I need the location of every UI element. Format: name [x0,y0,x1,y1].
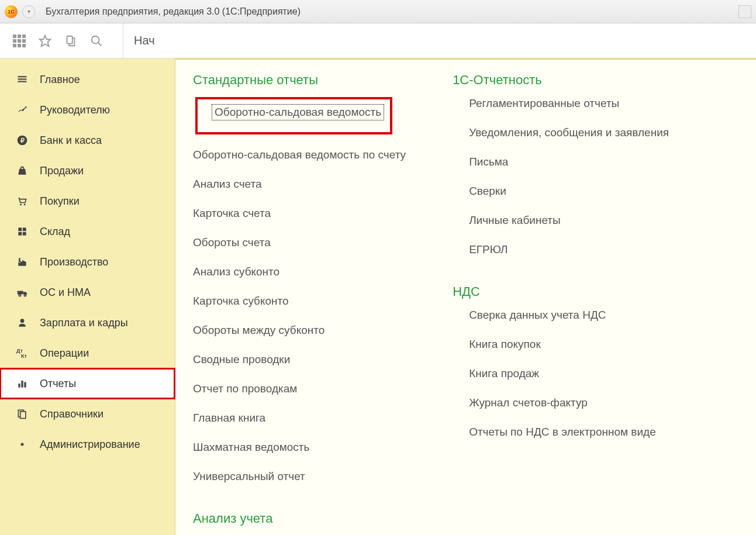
app-menu-dropdown[interactable]: ▾ [22,5,35,18]
svg-text:₽: ₽ [20,137,25,144]
sidebar-item-label: Покупки [40,195,80,208]
truck-icon [15,287,29,298]
sidebar-item-11[interactable]: Справочники [0,399,175,429]
sidebar-item-label: ОС и НМА [40,287,91,299]
sidebar-item-4[interactable]: Покупки [0,186,175,216]
highlight-box: Оборотно-сальдовая ведомость [195,97,392,134]
svg-rect-1 [67,36,73,43]
bars-icon [15,378,29,389]
report-link[interactable]: Отчеты по НДС в электронном виде [469,426,656,439]
report-link[interactable]: Оборотно-сальдовая ведомость [212,104,384,120]
svg-rect-23 [21,381,23,388]
report-link[interactable]: Сводные проводки [193,353,290,366]
report-link[interactable]: Оборотно-сальдовая ведомость по счету [193,149,406,161]
gear-icon [15,439,29,450]
sidebar-item-7[interactable]: ОС и НМА [0,277,175,308]
svg-rect-24 [24,382,26,388]
report-link[interactable]: Обороты между субконто [193,324,325,337]
report-link[interactable]: Отчет по проводкам [193,382,297,395]
sidebar-item-label: Руководителю [40,104,110,116]
svg-rect-13 [18,232,22,236]
titlebar: 1C ▾ Бухгалтерия предприятия, редакция 3… [0,0,756,23]
svg-point-27 [21,443,24,446]
report-link[interactable]: Анализ субконто [193,265,279,278]
sidebar-item-label: Отчеты [40,378,76,390]
window-control-icon[interactable] [738,5,751,18]
svg-marker-0 [40,35,50,46]
dtkt-icon: ДтКт [15,347,29,359]
svg-rect-16 [18,291,23,295]
sidebar-item-8[interactable]: Зарплата и кадры [0,308,175,338]
app-icon: 1C [5,5,18,18]
svg-rect-12 [23,227,26,231]
svg-point-17 [19,294,20,296]
svg-rect-6 [18,81,27,82]
link-list: Регламентированные отчетыУведомления, со… [453,97,669,264]
sidebar-item-9[interactable]: ДтКтОперации [0,338,175,368]
sidebar-item-5[interactable]: Склад [0,216,175,247]
section-title: Анализ учета [193,511,406,526]
section-1: НДССверка данных учета НДСКнига покупокК… [453,284,669,447]
sidebar-item-label: Банк и касса [40,134,102,147]
content-col-1: Стандартные отчетыОборотно-сальдовая вед… [193,73,406,535]
sidebar: ГлавноеРуководителю₽Банк и кассаПродажиП… [0,58,175,535]
menu-icon [15,74,29,85]
link-list: Оборотно-сальдовая ведомостьОборотно-сал… [193,97,406,491]
sidebar-item-label: Справочники [40,408,103,420]
report-link[interactable]: Универсальный отчет [193,470,305,483]
report-link[interactable]: Книга покупок [469,338,541,351]
main: ГлавноеРуководителю₽Банк и кассаПродажиП… [0,58,756,535]
svg-rect-14 [23,232,26,236]
toolbar: Нач [0,23,756,58]
svg-rect-11 [18,227,22,231]
svg-point-2 [92,36,99,43]
section-title: 1С-Отчетность [453,73,669,88]
sidebar-item-12[interactable]: Администрирование [0,429,175,460]
svg-text:Кт: Кт [21,353,27,359]
report-link[interactable]: Карточка субконто [193,295,289,308]
report-link[interactable]: ЕГРЮЛ [469,243,508,256]
svg-point-9 [20,203,22,205]
sidebar-item-2[interactable]: ₽Банк и касса [0,125,175,156]
tab-partial[interactable]: Нач [123,23,165,58]
report-link[interactable]: Книга продаж [469,367,539,380]
section-0: 1С-ОтчетностьРегламентированные отчетыУв… [453,73,669,264]
grid-icon [15,226,29,237]
report-link[interactable]: Личные кабинеты [469,214,561,227]
copies-icon [15,408,29,420]
history-icon[interactable] [63,33,78,49]
svg-rect-22 [18,384,20,388]
star-icon[interactable] [37,33,53,49]
sidebar-item-6[interactable]: Производство [0,247,175,277]
svg-rect-4 [18,76,27,77]
svg-line-3 [98,42,102,46]
sidebar-item-0[interactable]: Главное [0,64,175,95]
report-link[interactable]: Шахматная ведомость [193,441,309,454]
sidebar-item-label: Склад [40,226,70,238]
sidebar-item-label: Администрирование [40,439,140,451]
sidebar-item-3[interactable]: Продажи [0,156,175,186]
report-link[interactable]: Регламентированные отчеты [469,97,619,110]
sidebar-item-1[interactable]: Руководителю [0,95,175,125]
svg-point-10 [24,203,26,205]
section-1: Анализ учетаЭкспресс-проверкаАнализ учет… [193,511,406,535]
factory-icon [15,256,29,268]
report-link[interactable]: Анализ счета [193,178,262,191]
ruble-icon: ₽ [15,134,29,146]
svg-point-18 [24,294,26,296]
apps-icon[interactable] [12,33,27,49]
report-link[interactable]: Главная книга [193,412,265,424]
report-link[interactable]: Журнал счетов-фактур [469,396,588,409]
sidebar-item-label: Продажи [40,165,84,177]
person-icon [15,317,29,329]
content: Стандартные отчетыОборотно-сальдовая вед… [175,58,756,535]
report-link[interactable]: Карточка счета [193,207,271,220]
report-link[interactable]: Уведомления, сообщения и заявления [469,126,669,139]
sidebar-item-10[interactable]: Отчеты [0,368,175,399]
report-link[interactable]: Сверки [469,185,506,198]
report-link[interactable]: Письма [469,156,508,168]
report-link[interactable]: Обороты счета [193,236,271,249]
svg-rect-5 [18,78,27,80]
search-icon[interactable] [89,33,104,49]
report-link[interactable]: Сверка данных учета НДС [469,309,606,322]
